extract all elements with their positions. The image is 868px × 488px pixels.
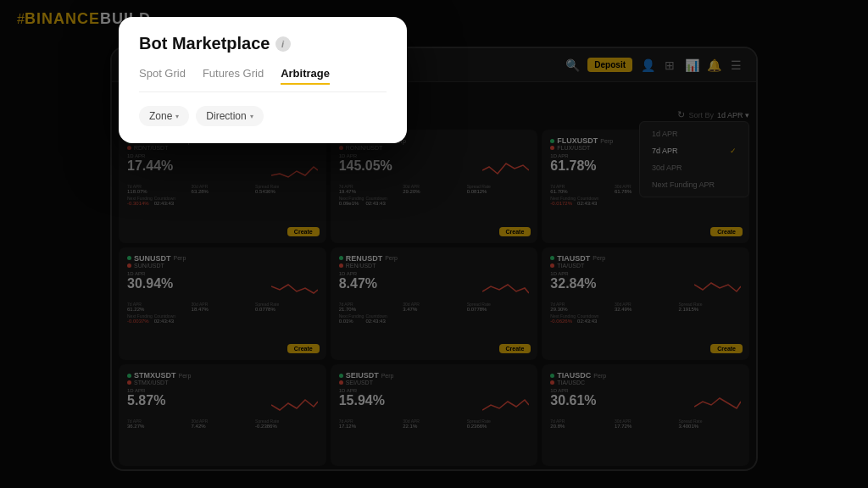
popup-title-text: Bot Marketplace — [139, 34, 270, 53]
tab-futures-grid-popup[interactable]: Futures Grid — [203, 67, 264, 85]
popup-tab-row: Spot Grid Futures Grid Arbitrage — [139, 67, 387, 92]
zone-arrow-icon: ▾ — [175, 113, 179, 120]
zone-label: Zone — [149, 110, 172, 122]
zone-popup-filter[interactable]: Zone ▾ — [139, 106, 189, 126]
info-icon[interactable]: i — [275, 36, 291, 52]
tab-spot-grid-popup[interactable]: Spot Grid — [139, 67, 186, 85]
direction-arrow-icon: ▾ — [250, 113, 253, 120]
direction-popup-filter[interactable]: Direction ▾ — [196, 106, 263, 126]
bot-marketplace-popup: Bot Marketplace i Spot Grid Futures Grid… — [119, 17, 407, 143]
tab-arbitrage-popup[interactable]: Arbitrage — [281, 67, 330, 85]
direction-label: Direction — [206, 110, 246, 122]
popup-filter-row: Zone ▾ Direction ▾ — [139, 106, 387, 126]
popup-title-row: Bot Marketplace i — [139, 34, 387, 53]
